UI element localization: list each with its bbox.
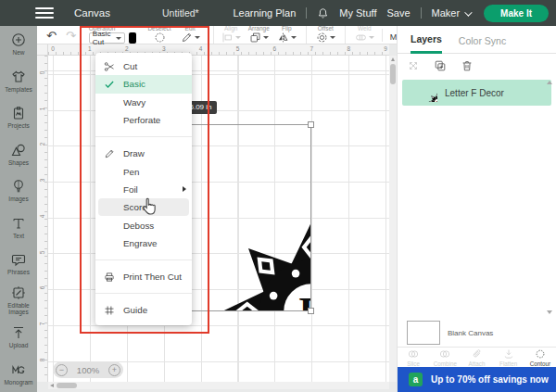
menu-item-draw[interactable]: Draw — [95, 145, 192, 162]
guide-icon — [104, 304, 123, 316]
menu-item-basic[interactable]: Basic — [95, 75, 192, 93]
top-bar: Canvas Untitled* Learning Plan My Stuff … — [0, 0, 556, 26]
action-flatten[interactable]: Flatten — [493, 348, 524, 367]
action-combine[interactable]: Combine — [429, 348, 461, 367]
editable-icon — [11, 285, 26, 300]
menu-item-pen[interactable]: Pen — [95, 162, 192, 180]
scroll-up-icon[interactable] — [391, 57, 395, 61]
ruler-number: 0 — [48, 45, 57, 52]
action-slice[interactable]: Slice — [398, 348, 429, 367]
notifications-bell-icon[interactable] — [317, 7, 329, 19]
operation-dropdown-menu: Cut Basic Wavy Perforate — [95, 53, 192, 325]
sidebar-item-new[interactable]: New — [0, 26, 37, 63]
weld-icon[interactable] — [355, 32, 367, 44]
ruler-number: 5 — [234, 45, 243, 52]
blank-canvas-row: Blank Canvas — [398, 319, 556, 347]
tab-layers[interactable]: Layers — [411, 33, 442, 54]
ruler-number: 2 — [39, 140, 45, 149]
learning-plan-link[interactable]: Learning Plan — [233, 7, 296, 19]
flip-icon[interactable] — [277, 32, 289, 44]
zoom-in-button[interactable]: + — [108, 364, 120, 376]
layer-list: Letter F Decor — [398, 78, 556, 317]
hamburger-menu-icon[interactable] — [35, 7, 54, 19]
edit-pencil-icon[interactable] — [181, 32, 193, 44]
ungroup-icon[interactable] — [407, 59, 420, 72]
clipboard-icon — [11, 106, 26, 120]
machine-selector[interactable]: Maker — [432, 7, 471, 19]
layer-actions-bar: Slice Combine Attach Flatten — [398, 347, 556, 367]
printer-icon — [104, 271, 123, 283]
left-sidebar: New Templates Projects Shapes Images — [0, 26, 37, 392]
offset-icon[interactable] — [316, 32, 328, 44]
sidebar-item-phrases[interactable]: Phrases — [0, 246, 37, 283]
speech-icon — [11, 252, 26, 267]
action-attach[interactable]: Attach — [461, 348, 492, 367]
menu-item-deboss[interactable]: Deboss — [95, 216, 192, 234]
align-icon[interactable] — [221, 32, 234, 44]
deals-extension-icon: a — [409, 373, 423, 386]
sidebar-item-editable-images[interactable]: Editable Images — [0, 283, 37, 320]
menu-item — [95, 259, 192, 260]
zoom-out-button[interactable]: − — [56, 364, 68, 376]
operation-dropdown[interactable]: Basic Cut — [89, 32, 125, 44]
sidebar-item-shapes[interactable]: Shapes — [0, 136, 37, 173]
canvas-label: Canvas — [74, 7, 110, 19]
tab-color-sync[interactable]: Color Sync — [459, 35, 506, 53]
menu-item-cut[interactable]: Cut — [95, 57, 192, 75]
canvas-horizontal-scrollbar[interactable] — [48, 382, 389, 389]
hand-cursor — [141, 197, 157, 215]
deselect-icon[interactable] — [154, 32, 166, 44]
blank-canvas-thumbnail[interactable] — [407, 321, 440, 345]
scissors-icon — [104, 60, 123, 72]
divider — [421, 7, 422, 19]
balloon-icon — [11, 179, 26, 194]
undo-icon[interactable]: ↶ — [46, 29, 57, 41]
menu-item-print-then-cut[interactable]: Print Then Cut — [95, 268, 192, 285]
sidebar-item-projects[interactable]: Projects — [0, 99, 37, 136]
ruler-number: 8 — [344, 45, 353, 52]
sidebar-item-images[interactable]: Images — [0, 172, 37, 209]
zoom-level: 100% — [77, 365, 99, 375]
my-stuff-link[interactable]: My Stuff — [339, 7, 376, 19]
menu-item-engrave[interactable]: Engrave — [95, 234, 192, 252]
menu-item-perforate[interactable]: Perforate — [95, 111, 192, 129]
menu-item-foil[interactable]: Foil — [95, 181, 192, 198]
sidebar-item-upload[interactable]: Upload — [0, 319, 37, 356]
arrange-icon[interactable] — [249, 32, 261, 44]
promo-text[interactable]: Up to 70% off savings now — [431, 374, 549, 385]
edit-toolbar: ↶ ↷ Operation Basic Cut Deselect Edit — [37, 26, 397, 44]
ruler-number: 1 — [39, 104, 45, 113]
layers-panel: Layers Color Sync Letter F Decor Bl — [397, 26, 556, 392]
layer-row-letter-f-decor[interactable]: Letter F Decor — [402, 80, 551, 106]
list-scroll-up-icon[interactable] — [547, 81, 552, 84]
action-contour[interactable]: Contour — [524, 348, 556, 367]
selection-handle[interactable] — [308, 308, 314, 314]
duplicate-icon[interactable] — [434, 59, 447, 72]
save-link[interactable]: Save — [386, 7, 410, 19]
ruler-number: 7 — [307, 45, 316, 52]
divider — [306, 7, 307, 19]
sidebar-item-text[interactable]: Text — [0, 209, 37, 247]
ruler-number: 4 — [196, 45, 206, 52]
ruler-number: 9 — [381, 45, 390, 52]
text-icon — [11, 216, 26, 231]
ruler-number: 0 — [39, 69, 45, 78]
sidebar-item-monogram[interactable]: Monogram — [0, 356, 37, 392]
ruler-number: 3 — [39, 176, 45, 185]
contour-icon — [535, 348, 546, 360]
make-it-button[interactable]: Make It — [484, 5, 549, 22]
delete-trash-icon[interactable] — [461, 59, 474, 72]
menu-item-guide[interactable]: Guide — [95, 301, 192, 319]
chevron-down-icon — [235, 36, 241, 39]
canvas-vertical-scrollbar[interactable] — [389, 56, 397, 382]
sidebar-item-templates[interactable]: Templates — [0, 63, 37, 100]
scroll-left-icon[interactable] — [50, 384, 54, 387]
selection-handle[interactable] — [308, 121, 314, 128]
zoom-control: − 100% + — [53, 361, 123, 378]
list-scroll-down-icon[interactable] — [547, 310, 552, 314]
color-swatch[interactable] — [129, 32, 137, 44]
redo-icon[interactable]: ↷ — [66, 29, 76, 41]
blank-canvas-label: Blank Canvas — [448, 329, 493, 337]
upload-icon — [11, 325, 26, 340]
menu-item-wavy[interactable]: Wavy — [95, 94, 192, 111]
